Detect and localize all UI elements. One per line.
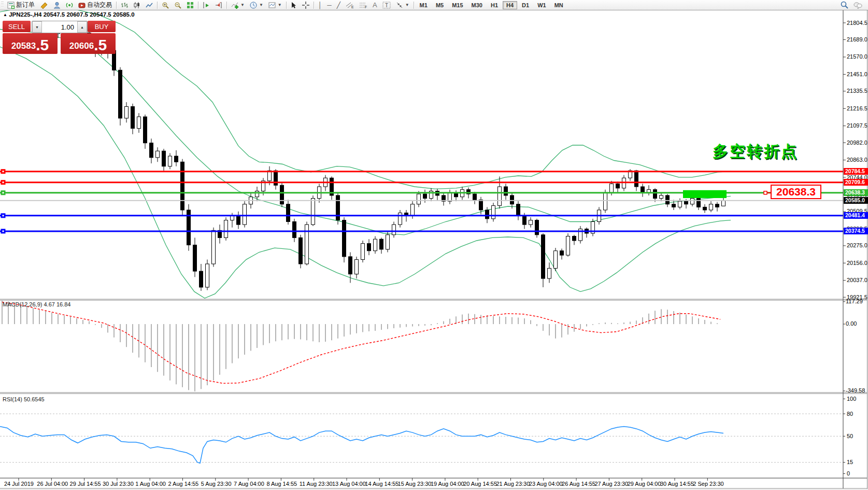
fibonacci-button[interactable]: F	[357, 0, 370, 10]
svg-text:E: E	[351, 5, 354, 9]
chart-symbol-title: ▲ JPN225-,H4 20547.5 20607.5 20547.5 205…	[3, 11, 135, 18]
timeframe-m15[interactable]: M15	[448, 1, 466, 9]
autotrading-label: 自动交易	[87, 1, 112, 9]
cursor-icon	[291, 2, 297, 9]
line-chart-button[interactable]	[143, 0, 155, 10]
one-click-trading-panel: SELL ▼ 1.00 ▲ BUY 20583 .5 20606 .5	[3, 21, 116, 53]
timeframe-m30[interactable]: M30	[468, 1, 486, 9]
toolbar-grip[interactable]	[1, 2, 4, 9]
chat-button[interactable]	[851, 0, 865, 10]
timeframe-m1[interactable]: M1	[416, 1, 431, 9]
candle-body	[131, 106, 135, 128]
candle-body	[361, 244, 365, 260]
candle-body	[255, 191, 259, 197]
trendline-icon: ╱	[337, 2, 340, 9]
new-order-label: 新订单	[16, 1, 35, 9]
candle-body	[237, 216, 240, 225]
timeframe-h1[interactable]: H1	[487, 1, 502, 9]
candle-body	[479, 200, 483, 210]
timeframe-h4[interactable]: H4	[503, 1, 517, 9]
text-label-button[interactable]: T	[380, 0, 393, 10]
timeframe-w1[interactable]: W1	[534, 1, 550, 9]
toolbar-separator	[116, 2, 117, 9]
candle-body	[535, 220, 539, 235]
candlestick-chart-button[interactable]	[131, 0, 143, 10]
templates-button[interactable]: ▼	[266, 0, 284, 10]
chart-shift-button[interactable]	[212, 0, 225, 10]
sell-price-fraction: .5	[36, 37, 49, 53]
horizontal-line-button[interactable]: ─	[324, 0, 334, 10]
autotrading-icon	[78, 2, 86, 9]
ohlc-open: 20547.5	[44, 11, 65, 18]
candle-body	[566, 236, 570, 256]
cursor-button[interactable]	[288, 0, 300, 10]
equidistant-channel-button[interactable]: E	[343, 0, 357, 10]
crosshair-icon	[302, 2, 309, 9]
sell-price-display[interactable]: 20583 .5	[3, 33, 58, 54]
candle-body	[498, 187, 502, 206]
toolbar-separator	[226, 2, 227, 9]
candle-body	[293, 221, 296, 237]
chart-shift-icon	[215, 2, 222, 9]
new-order-button[interactable]: 新订单	[5, 0, 37, 10]
equidistant-channel-icon: E	[346, 2, 354, 9]
vertical-line-button[interactable]: │	[316, 0, 325, 10]
tile-windows-button[interactable]	[184, 0, 196, 10]
profile-button[interactable]	[51, 0, 63, 10]
candle-body	[666, 195, 670, 204]
dropdown-caret: ▼	[259, 3, 263, 7]
candle-body	[144, 117, 147, 143]
candle-body	[280, 185, 284, 204]
candle-body	[287, 204, 290, 222]
candle-body	[529, 220, 533, 225]
candle-body	[523, 216, 527, 225]
candle-body	[672, 204, 676, 207]
arrows-button[interactable]: ▼	[393, 0, 412, 10]
text-label-icon: T	[382, 2, 391, 9]
candle-body	[691, 199, 694, 204]
trendline-button[interactable]: ╱	[334, 0, 343, 10]
candle-body	[573, 236, 576, 241]
buy-price-display[interactable]: 20606 .5	[61, 33, 116, 54]
auto-scroll-button[interactable]	[200, 0, 212, 10]
autotrading-button[interactable]: 自动交易	[76, 0, 115, 10]
toolbar-separator	[198, 2, 198, 9]
timeframe-group: M1M5M15M30H1H4D1W1MN	[416, 2, 567, 9]
sell-button[interactable]: SELL	[3, 21, 31, 32]
symbol-name: JPN225-,H4	[9, 11, 41, 18]
candle-body	[635, 171, 638, 187]
crosshair-button[interactable]	[300, 0, 312, 10]
candle-body	[697, 199, 701, 207]
volume-increase-button[interactable]: ▲	[77, 21, 87, 33]
candle-body	[336, 195, 340, 220]
zoom-in-button[interactable]	[159, 0, 172, 10]
candle-body	[392, 225, 396, 235]
timeframe-m5[interactable]: M5	[432, 1, 447, 9]
signals-button[interactable]	[63, 0, 76, 10]
zoom-out-button[interactable]	[172, 0, 184, 10]
svg-text:F: F	[365, 5, 367, 9]
volume-decrease-button[interactable]: ▼	[32, 21, 42, 33]
candle-body	[423, 194, 427, 198]
volume-input[interactable]: 1.00	[42, 21, 77, 33]
crayon-button[interactable]	[37, 0, 51, 10]
candle-body	[386, 235, 390, 249]
periods-button[interactable]: ▼	[247, 0, 266, 10]
macd-indicator-title: MACD(12,26,9) 4.67 16.84	[3, 301, 70, 307]
indicators-button[interactable]: ▼	[229, 0, 247, 10]
bar-chart-button[interactable]	[118, 0, 131, 10]
panel-toggle-icon[interactable]: ▲	[3, 12, 7, 17]
candle-body	[231, 216, 234, 220]
toolbar-separator	[286, 2, 287, 9]
candle-body	[610, 184, 614, 192]
timeframe-d1[interactable]: D1	[518, 1, 533, 9]
candle-body	[486, 210, 489, 219]
candle-body	[212, 230, 216, 264]
timeframe-mn[interactable]: MN	[551, 1, 567, 9]
candle-body	[473, 194, 477, 200]
candle-body	[560, 251, 564, 255]
buy-button[interactable]: BUY	[88, 21, 116, 32]
price-callout-label[interactable]: 20638.3	[771, 185, 821, 199]
text-button[interactable]: A	[370, 0, 380, 10]
search-button[interactable]	[838, 0, 851, 10]
